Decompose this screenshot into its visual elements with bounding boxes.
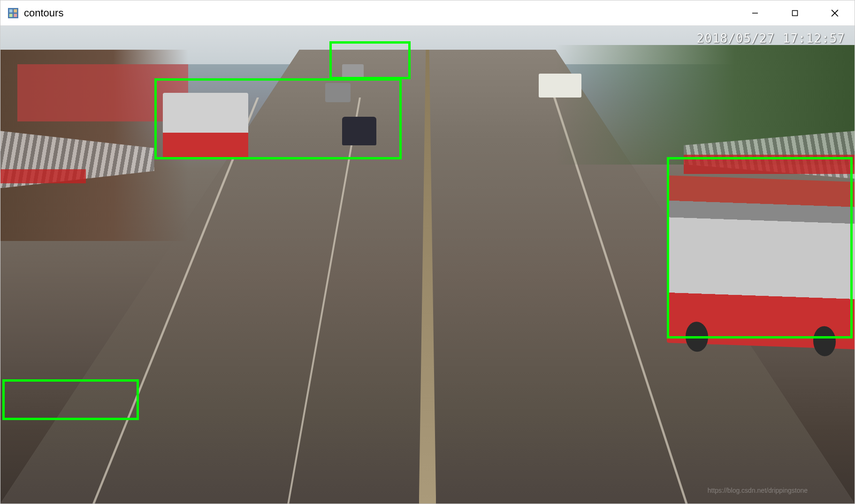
- contour-box: [667, 157, 853, 339]
- window-title: contours: [24, 7, 735, 19]
- overlay-timestamp: 2018/05/27 17:12:57: [697, 31, 845, 45]
- svg-rect-3: [9, 14, 13, 17]
- contour-box: [2, 379, 139, 420]
- svg-rect-2: [14, 9, 17, 12]
- video-frame: 2018/05/27 17:12:57 https://blog.csdn.ne…: [0, 26, 855, 504]
- contour-box: [154, 78, 402, 159]
- svg-rect-6: [792, 10, 797, 15]
- svg-rect-4: [14, 14, 17, 17]
- close-button[interactable]: [815, 0, 855, 25]
- maximize-button[interactable]: [775, 0, 815, 25]
- image-viewport: 2018/05/27 17:12:57 https://blog.csdn.ne…: [0, 26, 855, 504]
- vehicle-van: [539, 74, 581, 98]
- window-icon: [8, 8, 18, 18]
- minimize-button[interactable]: [735, 0, 775, 25]
- window-controls: [735, 0, 855, 25]
- svg-rect-1: [9, 9, 13, 12]
- contour-box: [329, 41, 411, 80]
- banner-left: [0, 169, 86, 184]
- watermark: https://blog.csdn.net/drippingstone: [708, 487, 808, 494]
- application-window: contours: [0, 0, 855, 504]
- titlebar[interactable]: contours: [0, 0, 855, 26]
